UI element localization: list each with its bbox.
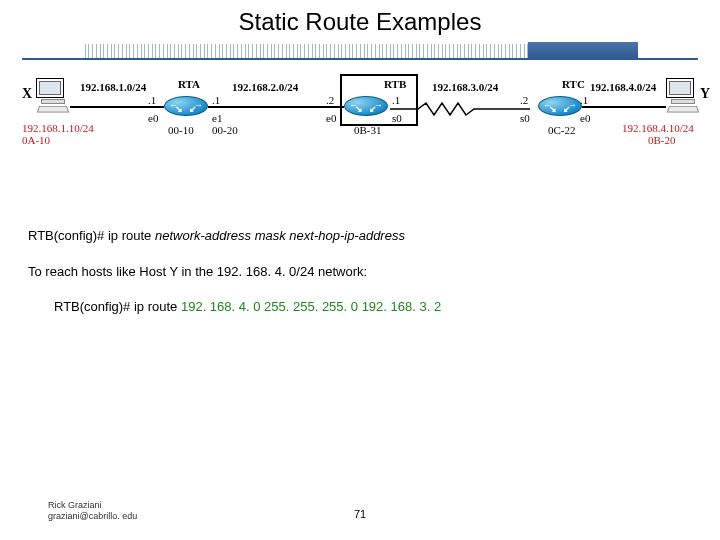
page-number: 71 bbox=[354, 508, 366, 520]
host-y-id: 0B-20 bbox=[648, 134, 676, 146]
rtb-label: RTB bbox=[384, 78, 406, 90]
rtc-id: 0C-22 bbox=[548, 124, 576, 136]
cmd-prefix: RTB(config)# ip route bbox=[54, 299, 181, 314]
tick-strip bbox=[82, 44, 528, 58]
divider-block bbox=[528, 42, 638, 58]
rtb-id: 0B-31 bbox=[354, 124, 382, 136]
net-2-label: 192.168.2.0/24 bbox=[232, 81, 298, 93]
host-y-ip: 192.168.4.10/24 bbox=[622, 122, 694, 134]
host-x-id: 0A-10 bbox=[22, 134, 50, 146]
divider-line bbox=[22, 58, 698, 60]
explain-line: To reach hosts like Host Y in the 192. 1… bbox=[28, 262, 692, 282]
rtc-e0-ip: .1 bbox=[580, 94, 588, 106]
rta-id: 00-10 bbox=[168, 124, 194, 136]
cmd-args: 192. 168. 4. 0 255. 255. 255. 0 192. 168… bbox=[181, 299, 441, 314]
host-x-icon bbox=[36, 78, 70, 108]
network-topology-diagram: X 192.168.1.10/24 0A-10 192.168.1.0/24 1… bbox=[22, 72, 698, 202]
rtb-e0: e0 bbox=[326, 112, 336, 124]
router-rtb-icon: ←→↘↙ bbox=[344, 96, 388, 120]
rta-e0: e0 bbox=[148, 112, 158, 124]
rtc-s0-ip: .2 bbox=[520, 94, 528, 106]
host-y-label: Y bbox=[700, 86, 710, 101]
net-3-label: 192.168.3.0/24 bbox=[432, 81, 498, 93]
rtb-e0-ip: .2 bbox=[326, 94, 334, 106]
footer-name: Rick Graziani bbox=[48, 500, 137, 511]
prompt-text: RTB(config)# ip route bbox=[28, 228, 155, 243]
syntax-line: RTB(config)# ip route network-address ma… bbox=[28, 226, 692, 246]
rtc-e0: e0 bbox=[580, 112, 590, 124]
slide-title: Static Route Examples bbox=[0, 0, 720, 40]
rta-e1: e1 bbox=[212, 112, 222, 124]
net-1-label: 192.168.1.0/24 bbox=[80, 81, 146, 93]
host-x-ip: 192.168.1.10/24 bbox=[22, 122, 94, 134]
host-y-icon bbox=[666, 78, 700, 108]
router-rtc-icon: ←→↘↙ bbox=[538, 96, 582, 120]
rta-e1-sub: 00-20 bbox=[212, 124, 238, 136]
host-x-label: X bbox=[22, 86, 32, 101]
net-4-label: 192.168.4.0/24 bbox=[590, 81, 656, 93]
rtc-label: RTC bbox=[562, 78, 585, 90]
rta-label: RTA bbox=[178, 78, 200, 90]
footer-author: Rick Graziani graziani@cabrillo. edu bbox=[48, 500, 137, 522]
header-divider bbox=[22, 42, 698, 64]
syntax-italic: network-address mask next-hop-ip-address bbox=[155, 228, 405, 243]
rtc-s0: s0 bbox=[520, 112, 530, 124]
example-command: RTB(config)# ip route 192. 168. 4. 0 255… bbox=[54, 297, 692, 317]
rta-e0-ip: .1 bbox=[148, 94, 156, 106]
router-rta-icon: ←→↘↙ bbox=[164, 96, 208, 120]
footer-email: graziani@cabrillo. edu bbox=[48, 511, 137, 522]
rta-e1-ip: .1 bbox=[212, 94, 220, 106]
wan-link-icon bbox=[390, 102, 530, 114]
body-content: RTB(config)# ip route network-address ma… bbox=[28, 226, 692, 317]
